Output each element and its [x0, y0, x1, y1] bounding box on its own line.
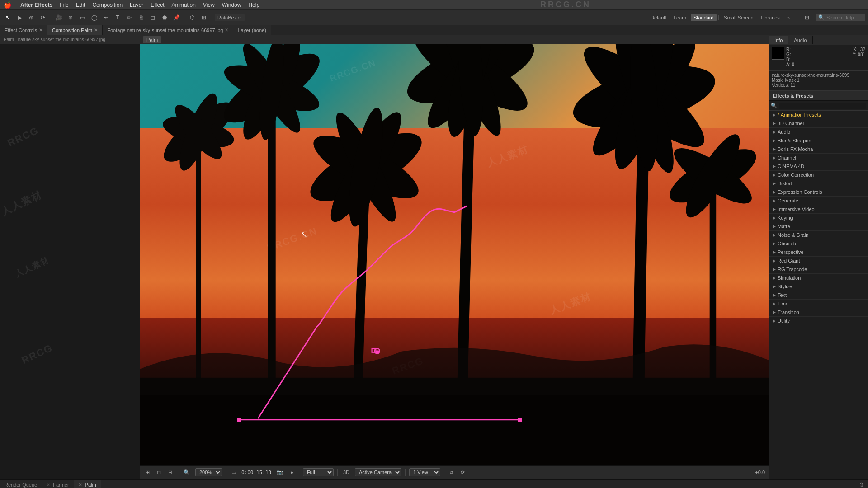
tool-eraser[interactable]: ◻ — [148, 13, 158, 23]
vc-render2[interactable]: ⟳ — [459, 469, 467, 476]
tool-zoom[interactable]: ⊕ — [26, 13, 36, 23]
menu-edit[interactable]: Edit — [76, 2, 85, 8]
ep-item-animation-presets[interactable]: ▶ * Animation Presets — [769, 111, 868, 119]
vc-zoom-select[interactable]: 200%100%50%25% — [195, 468, 222, 476]
ws-learn[interactable]: Learn — [671, 14, 689, 21]
ep-item-noise[interactable]: ▶ Noise & Grain — [769, 231, 868, 239]
tl-farmer-close[interactable]: ✕ — [47, 483, 50, 487]
layout-btn[interactable]: ⊞ — [802, 13, 812, 23]
vc-grid[interactable]: ⊞ — [144, 469, 151, 476]
menu-animation[interactable]: Animation — [172, 2, 196, 8]
tab-effect-controls-close[interactable]: ✕ — [39, 28, 42, 33]
tl-palm-close[interactable]: ✕ — [79, 483, 82, 487]
vc-mask[interactable]: ◻ — [155, 469, 163, 476]
tab-layer-none[interactable]: Layer (none) — [233, 25, 271, 35]
tool-text[interactable]: T — [113, 13, 123, 23]
ep-item-expression[interactable]: ▶ Expression Controls — [769, 188, 868, 197]
ws-default[interactable]: Default — [648, 14, 669, 21]
ws-standard[interactable]: Standard — [691, 14, 717, 21]
ep-item-audio[interactable]: ▶ Audio — [769, 128, 868, 136]
viewport[interactable]: RRCG.CN 人人素材 RRCG.CN 人人素材 RRCG.CN RRCG — [140, 44, 769, 465]
ep-item-perspective[interactable]: ▶ Perspective — [769, 248, 868, 257]
ep-menu-icon[interactable]: ≡ — [862, 93, 864, 99]
tool-puppet[interactable]: 📌 — [171, 13, 181, 23]
tool-brush[interactable]: ✏ — [124, 13, 134, 23]
ep-item-rg-trapcode[interactable]: ▶ RG Trapcode — [769, 265, 868, 274]
tab-effect-controls[interactable]: Effect Controls ✕ — [0, 25, 47, 35]
menu-composition[interactable]: Composition — [92, 2, 123, 8]
vc-render-btn[interactable]: ● — [288, 469, 295, 476]
ep-item-time[interactable]: ▶ Time — [769, 300, 868, 308]
ws-small-screen[interactable]: Small Screen — [721, 14, 756, 21]
tool-camera[interactable]: 🎥 — [54, 13, 64, 23]
vc-zoom-out[interactable]: 🔍 — [182, 469, 192, 476]
ep-item-keying[interactable]: ▶ Keying — [769, 214, 868, 222]
tab-audio[interactable]: Audio — [788, 36, 812, 44]
tl-expand-btn[interactable]: ⇕ — [855, 481, 868, 488]
ep-item-matte[interactable]: ▶ Matte — [769, 222, 868, 231]
ws-libraries[interactable]: Libraries — [758, 14, 783, 21]
ep-item-boris[interactable]: ▶ Boris FX Mocha — [769, 145, 868, 154]
ep-item-immersive[interactable]: ▶ Immersive Video — [769, 205, 868, 214]
tab-composition-palm-close[interactable]: ✕ — [94, 28, 98, 33]
tool-mask-rect[interactable]: ▭ — [77, 13, 87, 23]
tool-clone[interactable]: ⎘ — [136, 13, 146, 23]
vc-region[interactable]: ▭ — [230, 469, 238, 476]
ep-item-obsolete[interactable]: ▶ Obsolete — [769, 239, 868, 248]
search-help-input[interactable] — [826, 15, 863, 20]
menu-file[interactable]: File — [60, 2, 68, 8]
tab-composition-palm[interactable]: Composition Palm ✕ — [47, 25, 103, 35]
tool-anchor[interactable]: ⊕ — [66, 13, 75, 23]
ep-arrow-matte: ▶ — [773, 224, 776, 229]
tool-rotate[interactable]: ⟳ — [38, 13, 48, 23]
ep-item-distort[interactable]: ▶ Distort — [769, 179, 868, 188]
tl-tab-farmer[interactable]: ✕ Farmer — [42, 480, 74, 488]
tool-mask-ellipse[interactable]: ◯ — [89, 13, 99, 23]
ep-arrow-obs: ▶ — [773, 241, 776, 246]
tl-tab-render-queue[interactable]: Render Queue — [0, 480, 42, 488]
tool-pen[interactable]: ✒ — [101, 13, 111, 23]
ws-expand[interactable]: » — [784, 14, 793, 21]
tab-info[interactable]: Info — [769, 36, 788, 44]
vc-view-select[interactable]: 1 View2 Views — [409, 468, 440, 476]
tab-footage-close[interactable]: ✕ — [225, 28, 228, 33]
tool-roto[interactable]: ⬟ — [160, 13, 170, 23]
menu-window[interactable]: Window — [222, 2, 241, 8]
vc-camera-btn[interactable]: 📷 — [275, 469, 285, 476]
tab-footage[interactable]: Footage nature-sky-sunset-the-mountains-… — [103, 25, 233, 35]
ep-arrow-c4d: ▶ — [773, 164, 776, 169]
palm-trees-svg — [140, 44, 769, 465]
ep-item-text[interactable]: ▶ Text — [769, 291, 868, 300]
ep-item-transition[interactable]: ▶ Transition — [769, 308, 868, 317]
tl-tab-rq-label: Render Queue — [5, 482, 37, 488]
vc-quality-select[interactable]: FullHalfQuarter — [303, 468, 334, 476]
menu-layer[interactable]: Layer — [130, 2, 143, 8]
ep-item-red-giant[interactable]: ▶ Red Giant — [769, 257, 868, 265]
tool-align[interactable]: ⊞ — [199, 13, 209, 23]
tool-shapes[interactable]: ⬡ — [187, 13, 197, 23]
sub-tab-palm[interactable]: Palm — [143, 36, 161, 43]
ep-item-blur[interactable]: ▶ Blur & Sharpen — [769, 136, 868, 145]
tool-hand[interactable]: ▶ — [14, 13, 24, 23]
ep-search-input[interactable] — [779, 103, 866, 109]
tl-tab-palm[interactable]: ✕ Palm — [74, 480, 101, 488]
apple-logo-icon[interactable]: 🍎 — [4, 1, 11, 9]
tool-select[interactable]: ↖ — [3, 13, 13, 23]
ep-item-simulation[interactable]: ▶ Simulation — [769, 274, 868, 282]
vc-camera-select[interactable]: Active Camera — [355, 468, 401, 476]
vc-offset: +0.0 — [755, 469, 765, 475]
menu-help[interactable]: Help — [248, 2, 259, 8]
ep-item-color-correction[interactable]: ▶ Color Correction — [769, 171, 868, 179]
menu-effect[interactable]: Effect — [151, 2, 164, 8]
vc-3d[interactable]: 3D — [341, 469, 351, 476]
vc-safe[interactable]: ⊟ — [166, 469, 174, 476]
ep-item-stylize[interactable]: ▶ Stylize — [769, 282, 868, 291]
ep-item-utility[interactable]: ▶ Utility — [769, 317, 868, 325]
ep-item-cinema4d[interactable]: ▶ CINEMA 4D — [769, 162, 868, 171]
ep-item-3d-channel[interactable]: ▶ 3D Channel — [769, 119, 868, 128]
vc-layers[interactable]: ⧉ — [448, 469, 455, 476]
ep-item-generate[interactable]: ▶ Generate — [769, 197, 868, 205]
menu-after-effects[interactable]: After Effects — [20, 2, 52, 8]
menu-view[interactable]: View — [203, 2, 215, 8]
ep-item-channel[interactable]: ▶ Channel — [769, 154, 868, 162]
